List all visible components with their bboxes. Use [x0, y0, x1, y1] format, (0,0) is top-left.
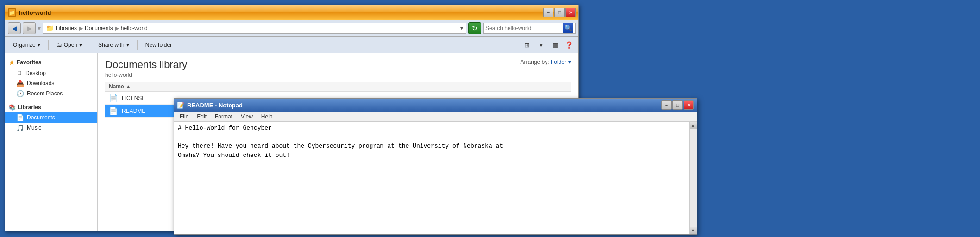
col-name-header[interactable]: Name ▲ — [109, 83, 567, 90]
scrollbar-track[interactable] — [690, 129, 697, 227]
arrange-dropdown[interactable]: Folder ▾ — [551, 59, 571, 65]
documents-label: Documents — [27, 114, 55, 121]
notepad-titlebar-buttons: − □ ✕ — [661, 100, 694, 110]
notepad-menu-format[interactable]: Format — [211, 112, 236, 121]
search-box: 🔍 — [483, 23, 576, 34]
share-with-button[interactable]: Share with ▾ — [94, 38, 133, 51]
arrange-value: Folder — [551, 59, 566, 65]
toolbar-row: Organize ▾ 🗂 Open ▾ Share with ▾ New fol… — [5, 37, 578, 53]
readme-filename: README — [122, 108, 145, 114]
help-button[interactable]: ❓ — [563, 39, 575, 51]
readme-file-icon: 📄 — [109, 106, 118, 115]
notepad-window: 📝 README - Notepad − □ ✕ File Edit Forma… — [174, 98, 697, 235]
new-folder-label: New folder — [145, 42, 172, 48]
sidebar-item-desktop[interactable]: 🖥 Desktop — [5, 68, 97, 78]
notepad-maximize-button[interactable]: □ — [672, 100, 683, 110]
notepad-title-icon: 📝 — [177, 102, 184, 109]
explorer-titlebar: 📁 hello-world − □ ✕ — [5, 5, 578, 20]
license-filename: LICENSE — [122, 95, 145, 101]
sidebar-item-recent-places[interactable]: 🕐 Recent Places — [5, 88, 97, 99]
notepad-content: # Hello-World for Gencyber Hey there! Ha… — [174, 122, 697, 234]
organize-label: Organize — [13, 42, 36, 48]
explorer-title: hello-world — [19, 9, 540, 16]
explorer-maximize-button[interactable]: □ — [554, 8, 565, 17]
open-label: Open — [64, 42, 77, 48]
scrollbar-up-button[interactable]: ▲ — [690, 122, 697, 129]
desktop-icon: 🖥 — [16, 69, 23, 77]
address-folder: hello-world — [121, 25, 148, 31]
toolbar-sep1 — [48, 40, 49, 50]
desktop-label: Desktop — [25, 70, 46, 76]
address-bar-row: ◀ ▶ ▾ 📁 Libraries ▶ Documents ▶ hello-wo… — [5, 20, 578, 37]
downloads-label: Downloads — [27, 80, 54, 87]
favorites-label: Favorites — [17, 59, 41, 66]
libraries-header[interactable]: 📚 Libraries — [5, 102, 97, 112]
arrange-bar: Arrange by: Folder ▾ — [521, 59, 571, 65]
open-dropdown-arrow: ▾ — [79, 42, 82, 48]
arrange-label: Arrange by: — [521, 59, 549, 65]
open-button[interactable]: 🗂 Open ▾ — [52, 38, 86, 51]
notepad-menu-help[interactable]: Help — [258, 112, 276, 121]
favorites-header[interactable]: ★ Favorites — [5, 57, 97, 68]
toolbar-sep3 — [137, 40, 138, 50]
sidebar-item-music[interactable]: 🎵 Music — [5, 123, 97, 133]
notepad-menu-edit[interactable]: Edit — [193, 112, 210, 121]
organize-button[interactable]: Organize ▾ — [9, 38, 44, 51]
share-with-label: Share with — [98, 42, 125, 48]
back-button[interactable]: ◀ — [8, 22, 21, 34]
libraries-label: Libraries — [18, 104, 41, 111]
downloads-icon: 📥 — [16, 80, 24, 87]
arrange-dropdown-arrow: ▾ — [568, 59, 571, 65]
address-folder-icon: 📁 — [46, 25, 54, 32]
refresh-button[interactable]: ↻ — [468, 22, 481, 34]
notepad-menu-file[interactable]: File — [176, 112, 192, 121]
notepad-menu-view[interactable]: View — [237, 112, 257, 121]
documents-icon: 📄 — [16, 114, 24, 121]
toolbar-right: ⊞ ▾ ▥ ❓ — [521, 39, 575, 51]
notepad-minimize-button[interactable]: − — [661, 100, 672, 110]
view-dropdown-button[interactable]: ▾ — [535, 39, 547, 51]
notepad-titlebar: 📝 README - Notepad − □ ✕ — [174, 99, 697, 112]
address-sep1: ▶ — [79, 25, 83, 31]
music-label: Music — [27, 125, 41, 131]
explorer-minimize-button[interactable]: − — [543, 8, 553, 17]
open-icon: 🗂 — [57, 42, 62, 48]
library-header: Documents library hello-world Arrange by… — [105, 59, 571, 78]
notepad-scrollbar: ▲ ▼ — [689, 122, 697, 234]
sidebar-item-downloads[interactable]: 📥 Downloads — [5, 78, 97, 88]
recent-places-label: Recent Places — [27, 90, 63, 97]
search-input[interactable] — [485, 25, 561, 31]
forward-button[interactable]: ▶ — [23, 22, 36, 34]
address-libraries: Libraries — [56, 25, 77, 31]
address-documents: Documents — [85, 25, 113, 31]
new-folder-button[interactable]: New folder — [141, 38, 176, 51]
libraries-folder-icon: 📚 — [9, 104, 16, 111]
scrollbar-down-button[interactable]: ▼ — [690, 227, 697, 234]
notepad-menubar: File Edit Format View Help — [174, 112, 697, 122]
notepad-title: README - Notepad — [187, 102, 659, 109]
explorer-titlebar-icon: 📁 — [8, 8, 16, 17]
address-sep2: ▶ — [115, 25, 119, 31]
sidebar: ★ Favorites 🖥 Desktop 📥 Downloads 🕐 Rece… — [5, 53, 98, 231]
favorites-star-icon: ★ — [9, 59, 15, 66]
library-subtitle: hello-world — [105, 72, 187, 78]
search-button[interactable]: 🔍 — [563, 23, 573, 33]
toolbar-sep2 — [90, 40, 90, 50]
address-dropdown-arrow[interactable]: ▾ — [460, 25, 463, 31]
notepad-textarea[interactable]: # Hello-World for Gencyber Hey there! Ha… — [174, 122, 689, 234]
sidebar-item-documents[interactable]: 📄 Documents — [5, 112, 97, 123]
recent-places-icon: 🕐 — [16, 90, 24, 97]
explorer-close-button[interactable]: ✕ — [565, 8, 576, 17]
music-icon: 🎵 — [16, 124, 24, 131]
notepad-close-button[interactable]: ✕ — [684, 100, 694, 110]
address-field[interactable]: 📁 Libraries ▶ Documents ▶ hello-world ▾ — [43, 23, 466, 34]
sidebar-divider1 — [5, 99, 97, 102]
license-file-icon: 📄 — [109, 94, 118, 102]
preview-pane-button[interactable]: ▥ — [549, 39, 561, 51]
library-title: Documents library — [105, 59, 187, 71]
nav-separator: ▾ — [38, 25, 41, 32]
files-header: Name ▲ — [105, 82, 571, 92]
organize-dropdown-arrow: ▾ — [38, 42, 40, 48]
share-with-dropdown-arrow: ▾ — [126, 42, 129, 48]
view-tiles-button[interactable]: ⊞ — [521, 39, 533, 51]
